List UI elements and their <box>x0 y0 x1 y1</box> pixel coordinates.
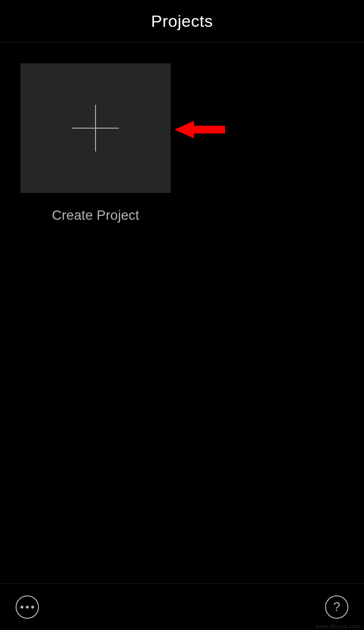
more-options-button[interactable] <box>16 595 39 619</box>
footer-bar: ? <box>0 583 364 630</box>
create-project-tile[interactable] <box>20 63 171 193</box>
watermark: www.deuaq.com <box>315 623 361 629</box>
question-icon: ? <box>333 599 340 614</box>
help-button[interactable]: ? <box>325 595 348 619</box>
content-area: Create Project <box>0 43 364 244</box>
header-bar: Projects <box>0 0 364 43</box>
plus-icon <box>72 105 119 152</box>
ellipsis-icon <box>20 606 34 609</box>
page-title: Projects <box>151 12 213 31</box>
create-project-label: Create Project <box>20 208 171 223</box>
